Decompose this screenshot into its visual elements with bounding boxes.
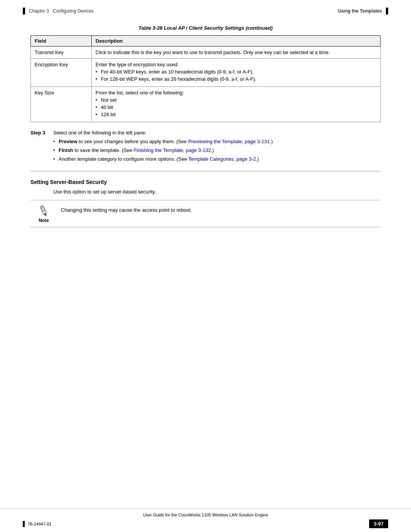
- server-security-text: Use this option to set up server-based s…: [30, 189, 381, 195]
- step-3-section: Step 3 Select one of the following in th…: [30, 130, 381, 165]
- footer-doc-number: 78-14947-01: [28, 522, 51, 526]
- list-item: Preview to see your changes before you a…: [53, 139, 381, 144]
- divider: [30, 171, 381, 171]
- list-item: For 40-bit WEP keys, enter as 10 hexadec…: [96, 69, 376, 75]
- page-number: 3-97: [369, 519, 388, 528]
- note-label: Note: [39, 218, 49, 223]
- footer-top-text: User Guide for the CiscoWorks 1105 Wirel…: [23, 513, 388, 517]
- desc-key-size: From the list, select one of the followi…: [92, 87, 381, 122]
- list-item: 40 bit: [96, 104, 376, 110]
- header-left: Chapter 3 Configuring Devices: [23, 8, 94, 14]
- list-item: Finish to save the template. (See Finish…: [53, 147, 381, 153]
- note-section: Note Changing this setting may cause the…: [30, 200, 381, 227]
- header-right-bar: [386, 8, 388, 14]
- list-item: For 128-bit WEP keys, enter as 26 hexade…: [96, 76, 376, 82]
- encryption-key-bullets: For 40-bit WEP keys, enter as 10 hexadec…: [96, 69, 376, 82]
- list-item: Another template category to configure m…: [53, 156, 381, 162]
- col-description: Description: [92, 36, 381, 46]
- note-pencil-icon: [37, 204, 51, 218]
- step-number: Step 3: [30, 130, 45, 136]
- svg-line-4: [42, 209, 45, 210]
- list-item: Not set: [96, 97, 376, 103]
- chapter-label: Chapter 3: [29, 8, 49, 14]
- bold-preview: Preview: [59, 139, 77, 144]
- table-row: Transmit Key Click to indicate this is t…: [31, 46, 381, 59]
- section-label: Configuring Devices: [53, 8, 94, 14]
- table-title: Table 3-28 Local AP / Client Security Se…: [30, 25, 381, 31]
- note-icon-area: Note: [30, 204, 61, 223]
- header-right-text: Using the Templates: [338, 8, 382, 14]
- desc-encryption-key: Enter the type of encryption key used: F…: [92, 59, 381, 87]
- step-content: Select one of the following in the left …: [53, 130, 381, 165]
- step-intro: Select one of the following in the left …: [53, 130, 146, 136]
- settings-table: Field Description Transmit Key Click to …: [30, 35, 381, 122]
- categories-link[interactable]: Template Categories, page 3-2: [188, 156, 256, 162]
- step-label: Step 3: [30, 130, 53, 136]
- preview-link[interactable]: Previewing the Template, page 3-131: [188, 139, 269, 144]
- svg-line-5: [42, 210, 45, 211]
- main-content: Table 3-28 Local AP / Client Security Se…: [0, 18, 411, 235]
- field-key-size: Key Size: [31, 87, 92, 122]
- key-size-bullets: Not set 40 bit 128 bit: [96, 97, 376, 117]
- field-transmit-key: Transmit Key: [31, 46, 92, 59]
- table-row: Key Size From the list, select one of th…: [31, 87, 381, 122]
- step-bullet-list: Preview to see your changes before you a…: [53, 139, 381, 162]
- finish-link[interactable]: Finishing the Template, page 3-132: [134, 147, 211, 153]
- bold-finish: Finish: [59, 147, 73, 153]
- footer-black-bar: [23, 521, 25, 527]
- page-footer: User Guide for the CiscoWorks 1105 Wirel…: [0, 508, 411, 532]
- table-header-row: Field Description: [31, 36, 381, 46]
- page-header: Chapter 3 Configuring Devices Using the …: [0, 0, 411, 18]
- page-container: Chapter 3 Configuring Devices Using the …: [0, 0, 411, 532]
- list-item: 128 bit: [96, 112, 376, 117]
- server-security-heading: Setting Server-Based Security: [30, 179, 381, 185]
- footer-left: 78-14947-01: [23, 521, 51, 527]
- table-row: Encryption Key Enter the type of encrypt…: [31, 59, 381, 87]
- col-field: Field: [31, 36, 92, 46]
- desc-transmit-key: Click to indicate this is the key you wa…: [92, 46, 381, 59]
- svg-marker-1: [44, 213, 48, 217]
- header-right: Using the Templates: [338, 8, 388, 14]
- field-encryption-key: Encryption Key: [31, 59, 92, 87]
- header-black-bar: [23, 8, 25, 14]
- footer-bottom: 78-14947-01 3-97: [23, 519, 388, 528]
- note-text: Changing this setting may cause the acce…: [61, 204, 381, 213]
